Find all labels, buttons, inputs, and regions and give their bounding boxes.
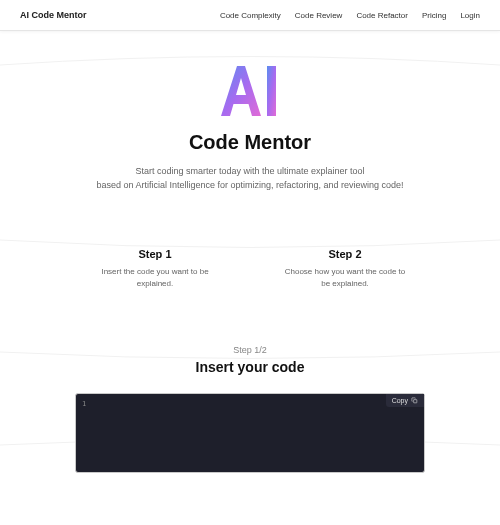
hero: Code Mentor Start coding smarter today w… bbox=[0, 31, 500, 193]
brand[interactable]: AI Code Mentor bbox=[20, 10, 87, 20]
steps-row: Step 1 Insert the code you want to be ex… bbox=[0, 248, 500, 290]
step-2: Step 2 Choose how you want the code to b… bbox=[280, 248, 410, 290]
step-indicator: Step 1/2 bbox=[0, 345, 500, 355]
page-title: Code Mentor bbox=[0, 131, 500, 154]
header: AI Code Mentor Code Complexity Code Revi… bbox=[0, 0, 500, 31]
subtitle-line1: Start coding smarter today with the ulti… bbox=[135, 166, 364, 176]
svg-rect-1 bbox=[414, 399, 417, 402]
nav-code-refactor[interactable]: Code Refactor bbox=[356, 11, 408, 20]
line-number: 1 bbox=[82, 400, 86, 408]
step-2-title: Step 2 bbox=[280, 248, 410, 260]
ai-logo-icon bbox=[215, 61, 285, 121]
insert-section: Step 1/2 Insert your code 1 Copy bbox=[0, 345, 500, 473]
copy-icon bbox=[411, 397, 418, 404]
step-1-title: Step 1 bbox=[90, 248, 220, 260]
nav-code-review[interactable]: Code Review bbox=[295, 11, 343, 20]
nav: Code Complexity Code Review Code Refacto… bbox=[220, 11, 480, 20]
step-2-desc: Choose how you want the code to be expla… bbox=[280, 266, 410, 290]
editor-wrap: 1 Copy bbox=[75, 393, 425, 473]
nav-code-complexity[interactable]: Code Complexity bbox=[220, 11, 281, 20]
page-subtitle: Start coding smarter today with the ulti… bbox=[90, 164, 410, 193]
nav-pricing[interactable]: Pricing bbox=[422, 11, 446, 20]
step-1: Step 1 Insert the code you want to be ex… bbox=[90, 248, 220, 290]
step-1-desc: Insert the code you want to be explained… bbox=[90, 266, 220, 290]
subtitle-line2: based on Artificial Intelligence for opt… bbox=[96, 180, 403, 190]
insert-title: Insert your code bbox=[0, 359, 500, 375]
copy-button[interactable]: Copy bbox=[386, 394, 424, 407]
nav-login[interactable]: Login bbox=[460, 11, 480, 20]
code-editor[interactable]: 1 Copy bbox=[75, 393, 425, 473]
svg-rect-0 bbox=[267, 66, 276, 116]
copy-label: Copy bbox=[392, 397, 408, 404]
